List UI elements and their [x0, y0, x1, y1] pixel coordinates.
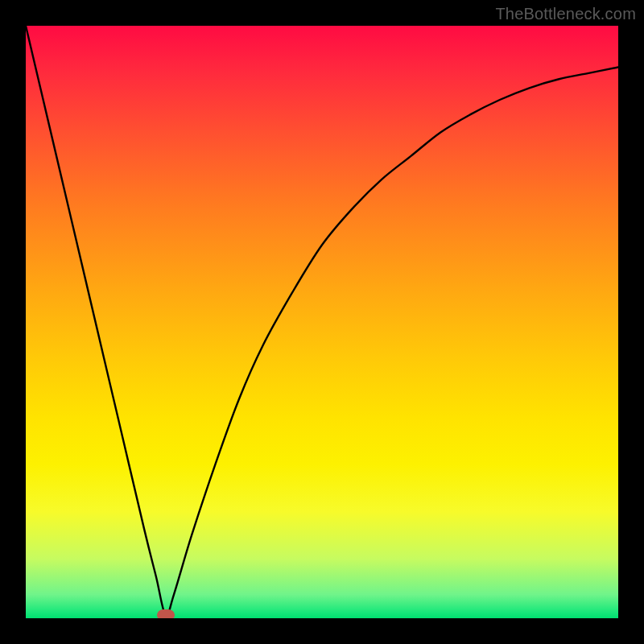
watermark-text: TheBottleneck.com	[495, 5, 636, 23]
bottleneck-curve	[26, 26, 618, 618]
chart-frame: TheBottleneck.com	[0, 0, 644, 644]
minimum-marker	[157, 609, 175, 618]
plot-area	[26, 26, 618, 618]
